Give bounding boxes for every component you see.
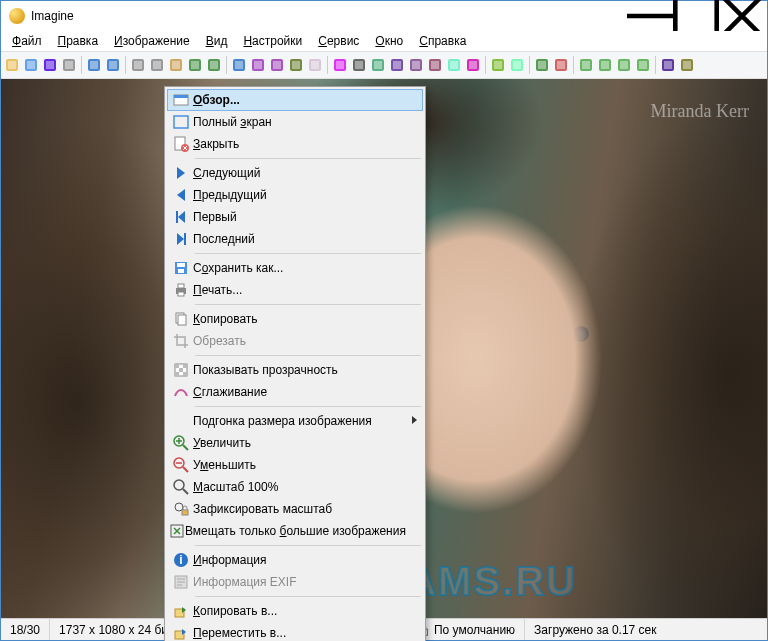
context-label: Обрезать: [193, 334, 405, 348]
context-menu: Обзор...Полный экранЗакрытьСледующийПред…: [164, 86, 426, 641]
toolbar-slideshow-button[interactable]: [41, 56, 59, 74]
toolbar-zoom-in-button[interactable]: [533, 56, 551, 74]
fit-large-icon: [169, 523, 185, 539]
status-loaded: Загружено за 0.17 сек: [525, 619, 665, 640]
context-item-copy[interactable]: Копировать: [167, 308, 423, 330]
context-item-save[interactable]: Сохранить как...: [167, 257, 423, 279]
svg-rect-58: [582, 61, 590, 69]
context-item-next[interactable]: Следующий: [167, 162, 423, 184]
svg-rect-14: [134, 61, 142, 69]
context-item-transparency[interactable]: Показывать прозрачность: [167, 359, 423, 381]
close-button[interactable]: [719, 1, 765, 31]
toolbar-thumb2-button[interactable]: [596, 56, 614, 74]
context-label: Уменьшить: [193, 458, 405, 472]
toolbar-prev-button[interactable]: [85, 56, 103, 74]
context-item-prev[interactable]: Предыдущий: [167, 184, 423, 206]
toolbar-thumb1-button[interactable]: [577, 56, 595, 74]
toolbar-save-button[interactable]: [22, 56, 40, 74]
toolbar-paste-button[interactable]: [167, 56, 185, 74]
context-item-moveto[interactable]: Переместить в...: [167, 622, 423, 641]
svg-rect-88: [183, 364, 187, 368]
context-item-first[interactable]: Первый: [167, 206, 423, 228]
toolbar-flip-button[interactable]: [388, 56, 406, 74]
menu-сервис[interactable]: Сервис: [311, 32, 366, 50]
menu-вид[interactable]: Вид: [199, 32, 235, 50]
toolbar-print-button[interactable]: [60, 56, 78, 74]
svg-rect-91: [183, 372, 187, 376]
menu-файл[interactable]: Файл: [5, 32, 49, 50]
toolbar-effects-button[interactable]: [331, 56, 349, 74]
toolbar-brush-button[interactable]: [678, 56, 696, 74]
prev-icon: [169, 187, 193, 203]
svg-rect-32: [311, 61, 319, 69]
svg-text:i: i: [179, 553, 182, 567]
context-item-fullscreen[interactable]: Полный экран: [167, 111, 423, 133]
svg-rect-26: [254, 61, 262, 69]
toolbar-separator: [655, 56, 656, 74]
toolbar-separator: [125, 56, 126, 74]
context-item-crop: Обрезать: [167, 330, 423, 352]
toolbar-zoom-out-button[interactable]: [552, 56, 570, 74]
toolbar-crop-button[interactable]: [445, 56, 463, 74]
menu-окно[interactable]: Окно: [368, 32, 410, 50]
toolbar-scan-button[interactable]: [508, 56, 526, 74]
minimize-button[interactable]: [627, 1, 673, 31]
svg-rect-40: [393, 61, 401, 69]
context-separator: [195, 596, 421, 597]
toolbar-convert-button[interactable]: [369, 56, 387, 74]
svg-rect-46: [450, 61, 458, 69]
window-title: Imagine: [31, 9, 627, 23]
toolbar-next-button[interactable]: [104, 56, 122, 74]
svg-rect-72: [174, 95, 188, 98]
toolbar-copy-button[interactable]: [148, 56, 166, 74]
menu-изображение[interactable]: Изображение: [107, 32, 197, 50]
toolbar-export-button[interactable]: [287, 56, 305, 74]
toolbar-levels-button[interactable]: [464, 56, 482, 74]
context-label: Печать...: [193, 283, 405, 297]
context-label: Предыдущий: [193, 188, 405, 202]
svg-rect-64: [639, 61, 647, 69]
toolbar-cut-button[interactable]: [129, 56, 147, 74]
toolbar-rotate-l-button[interactable]: [249, 56, 267, 74]
context-item-browse[interactable]: Обзор...: [167, 89, 423, 111]
context-item-i18[interactable]: Подгонка размера изображения: [167, 410, 423, 432]
toolbar-info-button[interactable]: [230, 56, 248, 74]
menu-правка[interactable]: Правка: [51, 32, 106, 50]
toolbar-batch-button[interactable]: [489, 56, 507, 74]
toolbar-undo-button[interactable]: [186, 56, 204, 74]
context-item-close-doc[interactable]: Закрыть: [167, 133, 423, 155]
context-item-zoom100[interactable]: Масштаб 100%: [167, 476, 423, 498]
svg-rect-44: [431, 61, 439, 69]
toolbar-palette-button[interactable]: [407, 56, 425, 74]
toolbar-open-button[interactable]: [3, 56, 21, 74]
svg-rect-18: [172, 61, 180, 69]
svg-rect-38: [374, 61, 382, 69]
toolbar-separator: [81, 56, 82, 74]
context-item-last[interactable]: Последний: [167, 228, 423, 250]
context-item-smooth[interactable]: Сглаживание: [167, 381, 423, 403]
toolbar-rotate-r-button[interactable]: [268, 56, 286, 74]
context-item-zoom-in[interactable]: Увеличить: [167, 432, 423, 454]
context-item-info[interactable]: iИнформация: [167, 549, 423, 571]
menu-настройки[interactable]: Настройки: [236, 32, 309, 50]
context-item-lock-zoom[interactable]: Зафиксировать масштаб: [167, 498, 423, 520]
context-item-copyto[interactable]: Копировать в...: [167, 600, 423, 622]
svg-rect-42: [412, 61, 420, 69]
toolbar-thumb3-button[interactable]: [615, 56, 633, 74]
toolbar-plugin-button[interactable]: [659, 56, 677, 74]
crop-icon: [169, 333, 193, 349]
maximize-button[interactable]: [673, 1, 719, 31]
context-item-zoom-out[interactable]: Уменьшить: [167, 454, 423, 476]
toolbar-redo-button[interactable]: [205, 56, 223, 74]
svg-rect-96: [182, 510, 188, 515]
context-label: Информация: [193, 553, 405, 567]
toolbar-thumb4-button[interactable]: [634, 56, 652, 74]
menu-справка[interactable]: Справка: [412, 32, 473, 50]
toolbar-resize-button[interactable]: [426, 56, 444, 74]
transparency-icon: [169, 362, 193, 378]
toolbar-adjust-button[interactable]: [350, 56, 368, 74]
context-item-print[interactable]: Печать...: [167, 279, 423, 301]
context-item-fit-large[interactable]: Вмещать только большие изображения: [167, 520, 423, 542]
toolbar-import-button[interactable]: [306, 56, 324, 74]
context-label: Переместить в...: [193, 626, 405, 640]
